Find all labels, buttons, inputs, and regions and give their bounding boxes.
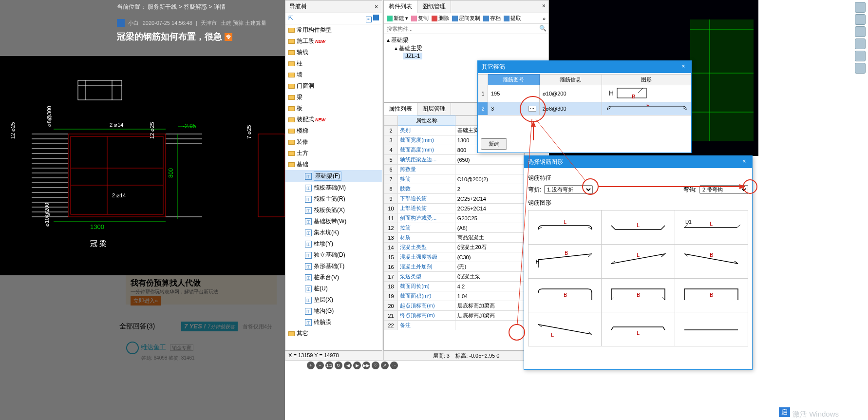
tree-node-root[interactable]: ▴ 基础梁 <box>387 36 546 44</box>
rotate-icon[interactable] <box>855 51 866 61</box>
plus-icon[interactable]: + <box>307 362 315 369</box>
more-icon[interactable]: ⋯ <box>390 362 398 369</box>
shape-option[interactable] <box>675 312 748 346</box>
nav-item[interactable]: ◫地沟(G) <box>285 305 382 317</box>
shape-option[interactable]: L <box>602 245 675 279</box>
refresh-icon[interactable]: ↻ <box>335 362 342 369</box>
nav-item[interactable]: ◫筏板负筋(X) <box>285 205 382 216</box>
property-row[interactable]: 13材质商品混凝土 <box>384 233 524 243</box>
close-icon[interactable]: × <box>539 0 548 13</box>
prev-icon[interactable]: ◀ <box>344 362 352 369</box>
new-button[interactable]: 新建 ▾ <box>387 15 408 22</box>
nav-item[interactable]: ◫基础梁(F) <box>285 170 382 182</box>
tab-properties[interactable]: 属性列表 <box>384 103 417 115</box>
extract-button[interactable]: 提取 <box>504 15 521 22</box>
table-row[interactable]: 1195⌀10@200 HB <box>478 85 691 102</box>
nav-item[interactable]: 梁 <box>285 92 382 103</box>
shape-option[interactable]: B <box>675 245 748 279</box>
property-row[interactable]: 12拉筋(A8) <box>384 223 524 233</box>
nav-item[interactable]: ◫桩(U) <box>285 283 382 294</box>
property-row[interactable]: 15混凝土强度等级(C30) <box>384 252 524 262</box>
nav-item[interactable]: 门窗洞 <box>285 80 382 92</box>
cube-iso-icon[interactable] <box>855 38 866 49</box>
nav-item[interactable]: ◫独立基础(D) <box>285 249 382 261</box>
nav-item[interactable]: 施工段NEW <box>285 36 382 47</box>
close-icon[interactable]: × <box>375 3 378 10</box>
shape-option[interactable]: HB <box>528 245 602 279</box>
nav-item[interactable]: 装配式NEW <box>285 114 382 125</box>
hook-select[interactable]: 2.带弯钩 <box>699 185 748 194</box>
nav-item[interactable]: ◫桩承台(V) <box>285 272 382 283</box>
new-button[interactable]: 新建 <box>481 138 507 150</box>
property-row[interactable]: 7箍筋C10@200(2) <box>384 174 524 184</box>
nav-item[interactable]: 常用构件类型 <box>285 24 382 36</box>
nav-item[interactable]: ◫筏板基础(M) <box>285 182 382 193</box>
delete-button[interactable]: 删除 <box>432 15 449 22</box>
cube-side-icon[interactable] <box>855 26 866 37</box>
nav-item[interactable]: ◫垫层(X) <box>285 294 382 305</box>
nav-item[interactable]: 其它 <box>285 328 382 339</box>
heart-icon[interactable]: ♡ <box>372 362 379 369</box>
tree-node-leaf[interactable]: JZL-1 <box>387 53 546 59</box>
nav-item[interactable]: ◫条形基础(T) <box>285 261 382 272</box>
property-row[interactable]: 11侧面构造或受...G20C25 <box>384 213 524 223</box>
more-button[interactable]: ⋯ <box>528 106 536 112</box>
archive-button[interactable]: 存档 <box>483 15 501 22</box>
nav-item[interactable]: 自定义 <box>285 339 382 341</box>
nav-item[interactable]: 轴线 <box>285 47 382 58</box>
play-icon[interactable]: ▶ <box>353 362 361 369</box>
shape-option[interactable]: L <box>528 210 602 245</box>
shape-option[interactable]: B <box>528 279 602 313</box>
nav-item[interactable]: 基础 <box>285 159 382 170</box>
property-row[interactable]: 10上部通长筋2C25+2C14 <box>384 204 524 213</box>
shape-option[interactable]: L <box>602 312 675 346</box>
property-row[interactable]: 5轴线距梁左边...(650) <box>384 155 524 165</box>
minus-icon[interactable]: − <box>316 362 324 369</box>
tree-node-sub[interactable]: ▴ 基础主梁 <box>387 44 546 53</box>
search-icon[interactable]: 🔍 <box>539 25 547 32</box>
shape-option[interactable]: B <box>675 279 748 313</box>
shape-option[interactable]: L <box>528 312 602 346</box>
activate-button[interactable]: 启 <box>779 407 790 417</box>
share-icon[interactable]: ↗ <box>381 362 389 369</box>
bend-select[interactable]: 1.没有弯折 <box>544 185 593 194</box>
tab-component-list[interactable]: 构件列表 <box>384 0 417 13</box>
nav-item[interactable]: ◫集水坑(K) <box>285 227 382 238</box>
grid-view-icon[interactable] <box>373 15 379 20</box>
cube-front-icon[interactable] <box>855 14 866 25</box>
copy-button[interactable]: 复制 <box>411 15 429 22</box>
layer-copy-button[interactable]: 层间复制 <box>452 15 480 22</box>
shape-option[interactable]: L <box>602 210 675 245</box>
next-icon[interactable]: ▶▶ <box>362 362 370 369</box>
nav-item[interactable]: 板 <box>285 103 382 114</box>
property-row[interactable]: 21终点顶标高(m)层底标高加梁高 <box>384 311 524 321</box>
tab-layer-manage[interactable]: 图层管理 <box>417 103 451 115</box>
fit-icon[interactable]: 1:1 <box>325 362 333 369</box>
property-row[interactable]: 9下部通长筋2C25+2C14 <box>384 194 524 204</box>
nav-item[interactable]: ◫柱墩(Y) <box>285 238 382 249</box>
close-icon[interactable]: × <box>679 63 687 71</box>
property-row[interactable]: 8肢数2 <box>384 184 524 194</box>
nav-item[interactable]: 柱 <box>285 58 382 69</box>
property-row[interactable]: 6跨数量 <box>384 165 524 174</box>
property-row[interactable]: 14混凝土类型(混凝土20石 <box>384 243 524 252</box>
property-row[interactable]: 20起点顶标高(m)层底标高加梁高 <box>384 301 524 311</box>
list-view-icon[interactable]: ≡ <box>366 17 372 22</box>
nav-item[interactable]: 楼梯 <box>285 125 382 136</box>
nav-item[interactable]: ◫筏板主筋(R) <box>285 193 382 205</box>
property-row[interactable]: 17泵送类型(混凝土泵 <box>384 272 524 282</box>
more-icon[interactable]: » <box>543 16 546 21</box>
nav-item[interactable]: 装修 <box>285 136 382 148</box>
shape-option[interactable]: D1L <box>675 210 748 245</box>
property-row[interactable]: 16混凝土外加剂(无) <box>384 262 524 272</box>
nav-item[interactable]: 墙 <box>285 69 382 80</box>
search-input[interactable] <box>386 25 537 33</box>
property-row[interactable]: 22备注 <box>384 321 524 330</box>
property-row[interactable]: 19截面面积(m²)1.04 <box>384 291 524 301</box>
close-icon[interactable]: × <box>740 158 748 166</box>
pin-icon[interactable]: ⇱ <box>288 15 295 21</box>
globe-icon[interactable] <box>855 2 866 13</box>
grid-icon[interactable] <box>855 63 866 74</box>
nav-item[interactable]: 土方 <box>285 148 382 159</box>
nav-item[interactable]: ◫砖胎膜 <box>285 317 382 328</box>
